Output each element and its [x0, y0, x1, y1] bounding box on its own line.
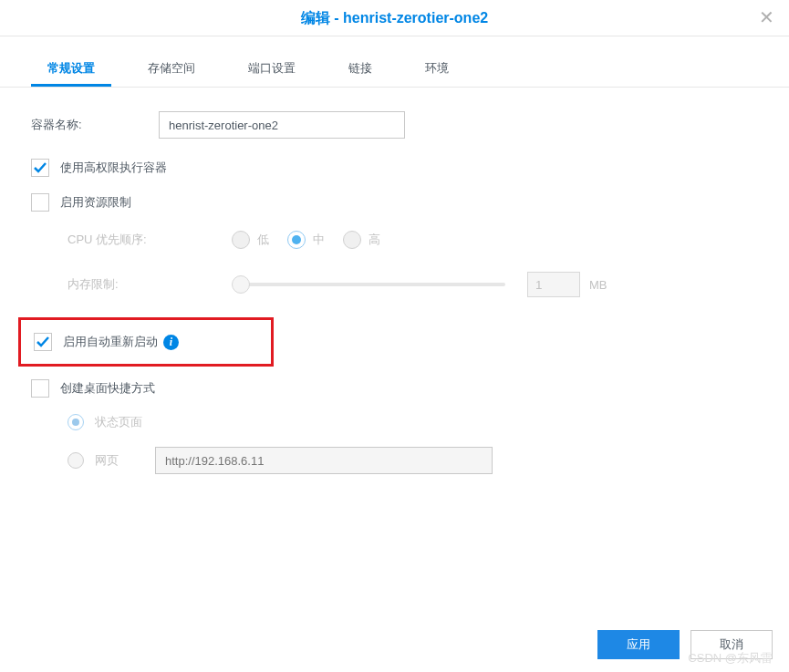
cpu-high-radio[interactable] — [343, 231, 361, 249]
resource-limit-row: 启用资源限制 — [31, 193, 758, 212]
dialog-content: 容器名称: 使用高权限执行容器 启用资源限制 CPU 优先顺序: 低 中 高 — [0, 88, 789, 474]
cpu-mid-radio[interactable] — [287, 231, 306, 249]
tab-general[interactable]: 常规设置 — [31, 53, 111, 87]
apply-button[interactable]: 应用 — [597, 630, 680, 659]
tab-bar: 常规设置 存储空间 端口设置 链接 环境 — [0, 53, 789, 88]
status-page-radio[interactable] — [67, 414, 84, 430]
high-privilege-row: 使用高权限执行容器 — [31, 159, 758, 177]
memory-slider-wrap: MB — [232, 272, 758, 297]
resource-limit-checkbox[interactable] — [31, 193, 49, 212]
slider-thumb-icon[interactable] — [232, 275, 250, 294]
memory-value-input — [527, 272, 580, 297]
high-privilege-label: 使用高权限执行容器 — [60, 160, 167, 176]
webpage-radio[interactable] — [67, 452, 84, 469]
memory-limit-row: 内存限制: MB — [31, 272, 758, 297]
webpage-url-input — [155, 447, 493, 474]
check-icon — [33, 160, 47, 175]
status-page-label: 状态页面 — [95, 414, 142, 430]
edit-container-dialog: 编辑 - henrist-zerotier-one2 ✕ 常规设置 存储空间 端… — [0, 0, 789, 672]
cpu-mid-label: 中 — [313, 232, 325, 248]
high-privilege-checkbox[interactable] — [31, 159, 49, 177]
close-icon[interactable]: ✕ — [756, 7, 776, 27]
dialog-title: 编辑 - henrist-zerotier-one2 — [301, 10, 488, 26]
cpu-low-label: 低 — [257, 232, 269, 248]
cpu-priority-row: CPU 优先顺序: 低 中 高 — [31, 228, 758, 252]
container-name-label: 容器名称: — [31, 117, 159, 133]
create-shortcut-row: 创建桌面快捷方式 — [31, 379, 758, 398]
container-name-row: 容器名称: — [31, 111, 758, 139]
tab-storage[interactable]: 存储空间 — [131, 53, 212, 87]
dialog-header: 编辑 - henrist-zerotier-one2 ✕ — [0, 0, 789, 36]
memory-slider[interactable] — [232, 283, 505, 286]
container-name-input[interactable] — [159, 111, 405, 139]
cpu-low-radio[interactable] — [232, 231, 250, 249]
check-icon — [36, 335, 50, 349]
tab-ports[interactable]: 端口设置 — [232, 53, 312, 87]
webpage-row: 网页 — [67, 447, 758, 474]
tab-links[interactable]: 链接 — [332, 53, 389, 87]
create-shortcut-checkbox[interactable] — [31, 379, 49, 398]
cpu-priority-group: 低 中 高 — [232, 231, 399, 249]
status-page-row: 状态页面 — [67, 414, 758, 430]
auto-restart-highlight: 启用自动重新启动 i — [18, 317, 274, 367]
shortcut-options: 状态页面 网页 — [31, 414, 758, 474]
auto-restart-label: 启用自动重新启动 — [63, 334, 158, 350]
cpu-high-label: 高 — [369, 232, 380, 248]
memory-unit-label: MB — [589, 278, 607, 292]
auto-restart-checkbox[interactable] — [34, 333, 52, 351]
info-icon[interactable]: i — [163, 335, 179, 350]
memory-limit-label: 内存限制: — [67, 276, 232, 293]
create-shortcut-label: 创建桌面快捷方式 — [60, 380, 155, 397]
cpu-priority-label: CPU 优先顺序: — [67, 232, 232, 248]
cancel-button[interactable]: 取消 — [690, 630, 773, 659]
resource-limit-label: 启用资源限制 — [60, 194, 131, 211]
tab-env[interactable]: 环境 — [409, 53, 465, 87]
webpage-label: 网页 — [95, 452, 146, 469]
dialog-footer: 应用 取消 — [597, 630, 773, 659]
